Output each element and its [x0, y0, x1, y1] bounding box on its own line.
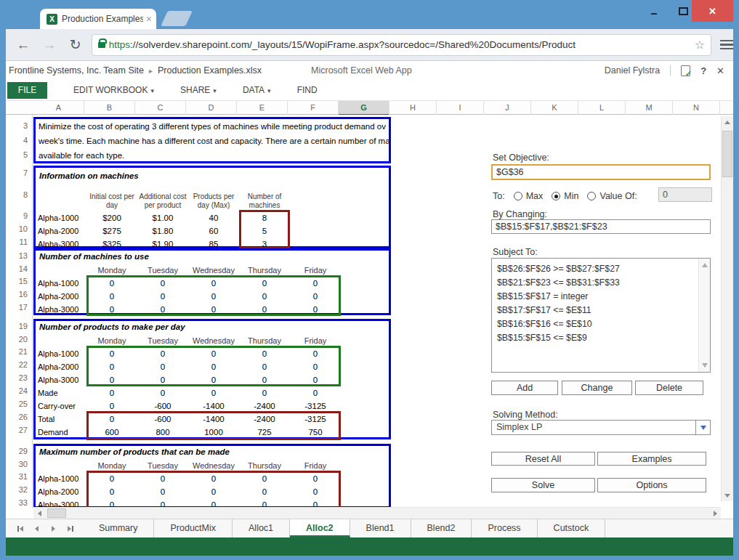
cell[interactable]: 0	[86, 360, 137, 373]
cell[interactable]: 0	[86, 290, 137, 303]
row-header[interactable]: 19	[9, 320, 28, 333]
user-name[interactable]: Daniel Fylstra	[605, 65, 660, 76]
sheet-tab-alloc2-active[interactable]: Alloc2	[290, 519, 350, 537]
cell[interactable]: -3125	[290, 399, 341, 413]
row-header[interactable]: 22	[9, 358, 28, 371]
menu-find[interactable]: FIND	[297, 85, 318, 95]
solve-button[interactable]: Solve	[491, 478, 595, 492]
url-bar[interactable]: https ://solverdev.sharepoint.com/_layou…	[92, 34, 711, 56]
close-webapp-icon[interactable]: ✕	[716, 65, 724, 76]
cell[interactable]: 750	[290, 426, 341, 439]
col-header-cell[interactable]: Products per day (Max)	[188, 184, 239, 210]
cell[interactable]: 8	[239, 211, 290, 224]
row-header[interactable]: 3	[9, 119, 28, 132]
permissions-icon[interactable]: ✓	[681, 65, 690, 76]
row-label-cell[interactable]: Alpha-3000	[36, 373, 86, 386]
row-header[interactable]: 33	[9, 496, 28, 508]
scroll-right-icon[interactable]	[709, 508, 721, 519]
sheet-tab-summary[interactable]: Summary	[83, 519, 154, 537]
row-label-cell[interactable]: Alpha-1000	[36, 277, 86, 290]
cell[interactable]: -2400	[239, 413, 290, 426]
day-header-cell[interactable]: Wednesday	[188, 264, 239, 277]
reload-icon[interactable]: ↻	[67, 36, 84, 53]
column-header-c[interactable]: C	[135, 101, 186, 115]
delete-constraint-button[interactable]: Delete	[635, 381, 703, 395]
examples-button[interactable]: Examples	[597, 452, 706, 466]
day-header-cell[interactable]: Thursday	[239, 264, 290, 277]
sheet-tab-blend2[interactable]: Blend2	[411, 519, 472, 537]
row-header[interactable]: 17	[9, 301, 28, 314]
cell[interactable]: 0	[137, 290, 188, 303]
cell[interactable]: 0	[239, 360, 290, 373]
cell[interactable]: 0	[86, 303, 137, 316]
radio-min-selected[interactable]	[552, 192, 560, 200]
cell[interactable]: 0	[290, 277, 341, 290]
cell[interactable]: 0	[86, 373, 137, 386]
scroll-up-icon[interactable]	[722, 116, 733, 128]
cell[interactable]: 0	[290, 485, 341, 498]
horizontal-scroll-thumb[interactable]	[47, 508, 66, 518]
cell[interactable]: $1.00	[137, 211, 188, 224]
help-icon[interactable]: ?	[700, 65, 706, 76]
cell[interactable]: 0	[86, 472, 137, 485]
scroll-down-icon[interactable]	[702, 363, 708, 368]
cell[interactable]: -1400	[188, 399, 239, 413]
row-label-cell[interactable]: Made	[36, 386, 86, 399]
constraints-listbox[interactable]: $B$26:$F$26 >= $B$27:$F$27 $B$21:$F$23 <…	[491, 258, 711, 373]
window-maximize-button[interactable]	[673, 0, 693, 22]
cell[interactable]: 0	[239, 277, 290, 290]
cell[interactable]: 0	[239, 290, 290, 303]
row-header[interactable]: 16	[9, 288, 28, 301]
cell[interactable]: 0	[137, 277, 188, 290]
cell[interactable]: 0	[86, 347, 137, 360]
cell[interactable]: -3125	[290, 413, 341, 426]
column-header-b[interactable]: B	[84, 101, 135, 115]
day-header-cell[interactable]: Tuesday	[137, 334, 188, 347]
row-label-cell[interactable]: Alpha-1000	[36, 211, 86, 224]
constraint-item[interactable]: $B$16:$F$16 <= $E$10	[497, 317, 705, 331]
row-header[interactable]: 11	[9, 235, 28, 248]
solving-method-select[interactable]: Simplex LP	[491, 420, 711, 435]
cell[interactable]: 40	[188, 211, 239, 224]
row-header[interactable]: 9	[9, 209, 28, 222]
row-header[interactable]: 31	[9, 470, 28, 483]
constraint-item[interactable]: $B$26:$F$26 >= $B$27:$F$27	[497, 262, 705, 276]
menu-edit-workbook[interactable]: EDIT WORKBOOK▾	[73, 85, 154, 95]
row-label-cell[interactable]: Alpha-1000	[36, 472, 86, 485]
by-changing-input[interactable]: $B$15:$F$17,$B$21:$F$23	[491, 219, 711, 234]
row-label-cell[interactable]: Alpha-2000	[36, 485, 86, 498]
cell[interactable]: 0	[137, 360, 188, 373]
cell[interactable]: 0	[86, 413, 137, 426]
cell[interactable]: 0	[86, 485, 137, 498]
row-header[interactable]: 15	[9, 275, 28, 288]
radio-value-of[interactable]	[587, 192, 596, 200]
cell[interactable]: 0	[239, 386, 290, 399]
column-header-g-selected[interactable]: G	[339, 101, 389, 115]
scroll-down-icon[interactable]	[722, 490, 733, 501]
cell[interactable]: 0	[137, 373, 188, 386]
row-header[interactable]: 13	[9, 249, 28, 262]
reset-all-button[interactable]: Reset All	[491, 452, 595, 466]
browser-menu-icon[interactable]	[720, 40, 733, 50]
cell[interactable]: 0	[290, 347, 341, 360]
cell[interactable]: 0	[137, 347, 188, 360]
row-header[interactable]: 25	[9, 397, 28, 410]
breadcrumb-site-link[interactable]: Frontline Systems, Inc. Team Site	[9, 65, 144, 76]
cell[interactable]: 0	[290, 290, 341, 303]
vertical-scroll-thumb[interactable]	[722, 131, 732, 177]
cell[interactable]: $1.80	[137, 224, 188, 238]
day-header-cell[interactable]: Friday	[290, 459, 341, 472]
day-header-cell[interactable]: Wednesday	[188, 334, 239, 347]
row-label-cell[interactable]: Carry-over	[36, 399, 86, 413]
cell[interactable]: 0	[137, 386, 188, 399]
cell[interactable]: -600	[137, 399, 188, 413]
change-constraint-button[interactable]: Change	[562, 381, 632, 395]
cell[interactable]: 0	[137, 472, 188, 485]
bookmark-star-icon[interactable]: ☆	[695, 38, 705, 52]
window-minimize-button[interactable]: –	[644, 0, 664, 22]
row-label-cell[interactable]: Alpha-2000	[36, 224, 86, 238]
column-header-i[interactable]: I	[437, 101, 484, 115]
cell[interactable]: 0	[86, 277, 137, 290]
cell[interactable]: 0	[86, 399, 137, 413]
cell[interactable]: 0	[137, 303, 188, 316]
